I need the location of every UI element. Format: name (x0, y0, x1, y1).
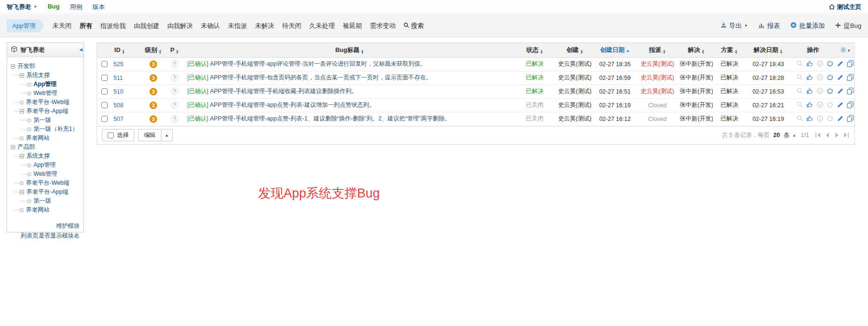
confirm-action-icon[interactable] (806, 115, 813, 122)
copy-action-icon[interactable] (847, 101, 854, 108)
filter-tab[interactable]: 未解决 (255, 22, 275, 30)
row-checkbox[interactable] (101, 61, 108, 67)
prev-page-button[interactable] (824, 132, 831, 138)
last-page-button[interactable] (843, 132, 850, 138)
search-action-icon[interactable] (796, 87, 803, 94)
column-header-status[interactable]: 状态 (526, 46, 539, 53)
edit-menu-caret-button[interactable]: ▲ (161, 129, 173, 141)
search-action-icon[interactable] (796, 115, 803, 122)
copy-action-icon[interactable] (847, 115, 854, 122)
bug-title-link[interactable]: APP管理-手机端管理-app点赞-列表-建议增加一列点赞状态列。 (210, 102, 375, 108)
verify-action-icon[interactable] (817, 74, 824, 81)
batch-add-button[interactable]: 批量添加 (790, 22, 825, 30)
row-checkbox[interactable] (101, 75, 108, 81)
verify-action-icon[interactable] (817, 60, 824, 67)
sort-icon[interactable]: ▲▼ (780, 49, 783, 54)
confirm-action-icon[interactable] (806, 74, 813, 81)
column-header-assignee[interactable]: 指派 (649, 46, 661, 53)
select-all-checkbox[interactable] (108, 132, 114, 138)
toggle-module-name-link[interactable]: 列表页是否显示模块名 (7, 231, 80, 241)
column-header-resolver[interactable]: 解决 (688, 46, 700, 53)
search-action-icon[interactable] (796, 60, 803, 67)
filter-tab[interactable]: 久未处理 (309, 22, 335, 30)
bug-title-link[interactable]: APP管理-手机端管理-手机端收藏-列表建议删除操作列。 (210, 88, 358, 94)
tree-collapse-icon[interactable] (11, 64, 15, 69)
tree-node[interactable]: 系统支撑 (14, 152, 83, 161)
filter-tab[interactable]: 未关闭 (52, 22, 72, 30)
verify-action-icon[interactable] (817, 115, 824, 122)
sort-icon[interactable]: ▲▼ (734, 49, 737, 54)
breadcrumb[interactable]: App管理 (7, 19, 44, 33)
close-action-icon[interactable] (826, 74, 834, 81)
sort-icon[interactable]: ▲▼ (122, 49, 125, 54)
bug-id-link[interactable]: 508 (113, 102, 123, 109)
filter-tab[interactable]: 由我创建 (134, 22, 159, 30)
tree-collapse-icon[interactable] (20, 109, 24, 113)
close-action-icon[interactable] (826, 60, 834, 67)
close-action-icon[interactable] (826, 101, 834, 108)
first-page-button[interactable] (815, 132, 821, 138)
bug-id-link[interactable]: 511 (113, 75, 123, 81)
report-button[interactable]: 报表 (758, 22, 780, 30)
confirm-action-icon[interactable] (806, 101, 813, 108)
row-checkbox[interactable] (101, 88, 108, 94)
filter-tab[interactable]: 待关闭 (282, 22, 301, 30)
sort-icon[interactable]: ▲▼ (176, 49, 179, 54)
tree-collapse-icon[interactable] (20, 73, 24, 77)
export-button[interactable]: 导出 ▼ (720, 22, 748, 30)
top-menu-item[interactable]: Bug (48, 3, 59, 11)
sort-icon[interactable]: ▲▼ (540, 49, 543, 54)
confirm-action-icon[interactable] (806, 87, 813, 94)
tree-collapse-icon[interactable] (20, 154, 24, 158)
column-header-resolved-date[interactable]: 解决日期 (754, 46, 778, 53)
row-checkbox[interactable] (101, 102, 108, 108)
tree-node[interactable]: 养老平台-Web端 (14, 98, 83, 107)
column-header-id[interactable]: ID (114, 46, 120, 53)
tree-collapse-icon[interactable] (11, 145, 15, 149)
bug-title-link[interactable]: APP管理-手机端管理-app评论管理-当对一条评论进行回复时，父标题未获取到值… (210, 60, 426, 67)
page-size-value[interactable]: 20 (773, 132, 780, 138)
tree-node[interactable]: 开发部 (11, 62, 83, 71)
tree-node[interactable]: 第一版（补充1） (21, 125, 83, 134)
tree-node[interactable]: 养老平台-App端 (14, 107, 83, 116)
tree-node[interactable]: 系统支撑 (14, 71, 83, 80)
bug-title-link[interactable]: APP管理-手机端管理-包含页码的各页，当点击某一页或下一页时，提示页面不存在。 (210, 74, 432, 81)
tree-node[interactable]: 产品部 (11, 143, 83, 152)
bug-id-link[interactable]: 507 (113, 116, 123, 122)
search-link[interactable]: 搜索 (403, 22, 424, 30)
sort-icon[interactable]: ▲▼ (701, 49, 704, 54)
close-action-icon[interactable] (826, 115, 834, 122)
search-action-icon[interactable] (796, 74, 803, 81)
select-all-button[interactable]: 选择 (102, 129, 134, 141)
table-settings-button[interactable]: ▼ (835, 43, 855, 57)
product-switcher[interactable]: 智飞养老 ▼ (7, 3, 37, 11)
collapse-sidebar-icon[interactable]: ◀ (79, 47, 83, 52)
close-action-icon[interactable] (826, 87, 834, 94)
edit-action-icon[interactable] (837, 101, 844, 108)
sort-icon[interactable]: ▲▼ (159, 49, 161, 54)
sort-icon[interactable]: ▲▼ (580, 49, 583, 54)
verify-action-icon[interactable] (817, 101, 824, 108)
bug-id-link[interactable]: 510 (113, 88, 123, 95)
sort-icon[interactable]: ▲▼ (361, 49, 364, 54)
sort-asc-icon[interactable]: ▲ (626, 49, 630, 53)
edit-action-icon[interactable] (837, 87, 844, 94)
tree-node[interactable]: Web管理 (21, 170, 83, 179)
copy-action-icon[interactable] (847, 74, 854, 81)
tree-node[interactable]: 养老平台-App端 (14, 188, 83, 197)
top-menu-item[interactable]: 用例 (70, 3, 82, 11)
copy-action-icon[interactable] (847, 60, 854, 67)
top-menu-item[interactable]: 版本 (92, 3, 105, 11)
edit-action-icon[interactable] (837, 115, 844, 122)
tree-node[interactable]: App管理 (21, 80, 83, 89)
column-header-creator[interactable]: 创建 (567, 46, 579, 53)
filter-tab[interactable]: 由我解决 (167, 22, 193, 30)
tree-node[interactable]: 养老网站 (14, 206, 83, 214)
tree-node[interactable]: Web管理 (21, 89, 83, 98)
column-header-resolution[interactable]: 方案 (721, 46, 733, 53)
edit-action-icon[interactable] (837, 74, 844, 81)
home-link[interactable]: 测试主页 (829, 3, 861, 11)
confirm-action-icon[interactable] (806, 60, 813, 67)
sort-icon[interactable]: ▲▼ (663, 49, 666, 54)
next-page-button[interactable] (834, 132, 840, 138)
